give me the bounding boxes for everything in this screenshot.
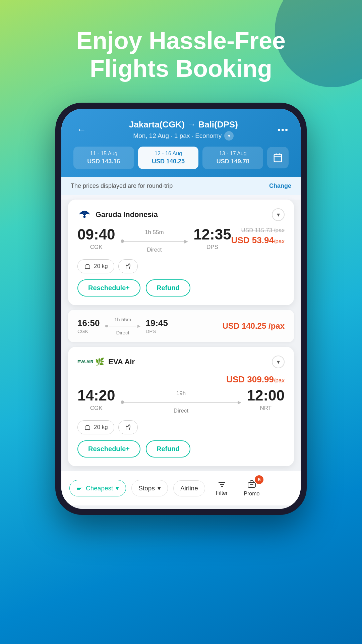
phone-screen: ← Jakarta(CGK) → Bali(DPS) Mon, 12 Aug ·… <box>61 109 301 509</box>
mini-route: 1h 55m ▶ Direct <box>105 317 140 335</box>
svg-point-7 <box>88 268 89 269</box>
baggage-pill-garuda: 20 kg <box>77 259 114 273</box>
svg-point-10 <box>88 429 89 430</box>
header-nav: ← Jakarta(CGK) → Bali(DPS) Mon, 12 Aug ·… <box>73 119 289 141</box>
airline-info-garuda: Garuda Indonesia <box>77 209 158 220</box>
amenities-garuda: 20 kg <box>77 259 285 273</box>
dep-block-garuda: 09:40 CGK <box>77 227 115 251</box>
baggage-pill-eva: 20 kg <box>77 420 114 434</box>
airline-info-eva: EVA AIR 🌿 EVA Air <box>77 358 135 366</box>
more-options-button[interactable]: ••• <box>278 125 289 135</box>
date-pill-1[interactable]: 11 - 15 Aug USD 143.16 <box>73 147 134 169</box>
meal-pill-eva <box>118 420 138 434</box>
amenities-eva: 20 kg <box>77 420 285 434</box>
meal-pill-garuda <box>118 259 138 273</box>
airline-name-garuda: Garuda Indonesia <box>96 210 158 219</box>
airline-header-eva: EVA AIR 🌿 EVA Air ▾ <box>77 356 285 368</box>
reschedule-button-garuda[interactable]: Reschedule+ <box>77 279 140 297</box>
filter-button[interactable]: Filter <box>210 478 233 499</box>
expand-eva[interactable]: ▾ <box>272 356 285 368</box>
refund-button-eva[interactable]: Refund <box>146 440 190 458</box>
reschedule-button-eva[interactable]: Reschedule+ <box>77 440 140 458</box>
promo-button[interactable]: 5 Promo <box>238 477 265 499</box>
phone-header: ← Jakarta(CGK) → Bali(DPS) Mon, 12 Aug ·… <box>61 109 301 177</box>
phone-mockup: ← Jakarta(CGK) → Bali(DPS) Mon, 12 Aug ·… <box>55 103 307 515</box>
trip-subtitle: Mon, 12 Aug · 1 pax · Economy ▾ <box>129 131 238 141</box>
svg-rect-8 <box>85 426 90 430</box>
svg-rect-17 <box>248 483 255 487</box>
airline-name-eva: EVA Air <box>108 358 135 366</box>
sort-cheapest-button[interactable]: Cheapest ▾ <box>69 480 126 496</box>
hero-title: Enjoy Hassle-Free Flights Booking <box>0 0 362 103</box>
route-title: Jakarta(CGK) → Bali(DPS) <box>129 119 238 130</box>
phone-frame: ← Jakarta(CGK) → Bali(DPS) Mon, 12 Aug ·… <box>55 103 307 515</box>
flight-card-eva: EVA AIR 🌿 EVA Air ▾ USD 309.99/pax <box>68 347 294 466</box>
back-button[interactable]: ← <box>73 122 89 138</box>
change-link[interactable]: Change <box>269 182 291 190</box>
calendar-button[interactable] <box>267 147 289 168</box>
route-middle-garuda: 1h 55m ▶ Direct <box>115 227 194 253</box>
trip-dropdown[interactable]: ▾ <box>224 131 234 141</box>
roundtrip-notice: The prices displayed are for round-trip … <box>61 177 301 195</box>
airline-header-garuda: Garuda Indonesia ▾ <box>77 208 285 221</box>
flight-times-eva: 14:20 CGK 19h ▶ Direct <box>77 388 285 414</box>
svg-point-6 <box>86 268 86 269</box>
route-middle-eva: 19h ▶ Direct <box>115 388 247 414</box>
action-row-garuda: Reschedule+ Refund <box>77 279 285 297</box>
airline-filter-button[interactable]: Airline <box>173 480 205 496</box>
arr-block-eva: 12:00 NRT <box>247 388 285 412</box>
date-pill-2[interactable]: 12 - 16 Aug USD 140.25 <box>138 147 199 169</box>
dep-block-eva: 14:20 CGK <box>77 388 115 412</box>
mini-flight-row[interactable]: 16:50 CGK 1h 55m ▶ Direct <box>68 310 294 342</box>
garuda-logo <box>77 209 92 220</box>
mini-times: 16:50 CGK 1h 55m ▶ Direct <box>77 317 168 335</box>
price-garuda: USD 115.73 /pax USD 53.94/pax <box>231 227 285 246</box>
expand-garuda[interactable]: ▾ <box>272 208 285 221</box>
flight-times-garuda: 09:40 CGK 1h 55m ▶ Direct <box>77 227 285 253</box>
action-row-eva: Reschedule+ Refund <box>77 440 285 458</box>
stops-filter-button[interactable]: Stops ▾ <box>131 480 168 496</box>
date-pill-3[interactable]: 13 - 17 Aug USD 149.78 <box>202 147 263 169</box>
price-eva: USD 309.99/pax <box>77 374 285 385</box>
bottom-bar: Cheapest ▾ Stops ▾ Airline <box>61 471 301 505</box>
flight-card-garuda: Garuda Indonesia ▾ 09:40 CGK 1h 55m <box>68 200 294 305</box>
refund-button-garuda[interactable]: Refund <box>146 279 190 297</box>
arr-block-garuda: 12:35 DPS <box>193 227 231 251</box>
flights-list: Garuda Indonesia ▾ 09:40 CGK 1h 55m <box>61 200 301 509</box>
promo-badge: 5 <box>255 475 263 484</box>
eva-air-logo: EVA AIR 🌿 <box>77 358 104 366</box>
svg-point-9 <box>86 429 86 430</box>
svg-rect-0 <box>274 154 282 162</box>
svg-rect-5 <box>85 265 90 269</box>
mini-price: USD 140.25 /pax <box>223 321 285 331</box>
date-selector: 11 - 15 Aug USD 143.16 12 - 16 Aug USD 1… <box>73 147 289 169</box>
svg-point-4 <box>83 216 85 217</box>
